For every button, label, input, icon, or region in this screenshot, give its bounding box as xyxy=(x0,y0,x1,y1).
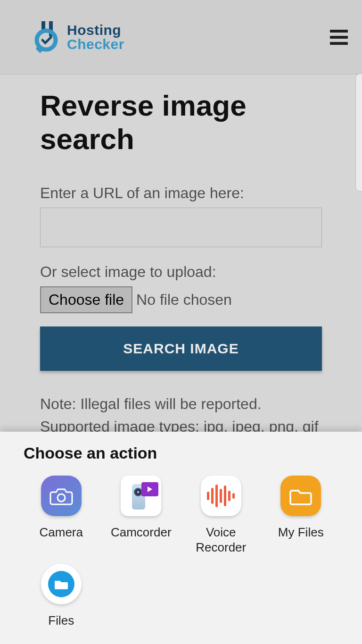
camera-icon xyxy=(41,476,82,516)
voice-recorder-icon xyxy=(201,476,241,516)
action-label: Camcorder xyxy=(111,525,172,540)
page-title: Reverse image search xyxy=(40,89,322,156)
menu-icon[interactable] xyxy=(330,30,348,45)
logo-text-top: Hosting xyxy=(67,23,124,37)
note-line-1: Note: Illegal files will be reported. xyxy=(40,393,322,415)
action-label: Files xyxy=(48,613,74,628)
logo[interactable]: Hosting Checker xyxy=(33,19,124,55)
action-voice-recorder[interactable]: Voice Recorder xyxy=(183,476,259,555)
logo-text: Hosting Checker xyxy=(67,23,124,51)
logo-icon xyxy=(33,19,61,55)
action-sheet: Choose an action Camera Camcorder xyxy=(0,432,362,644)
action-label: Voice Recorder xyxy=(183,525,259,555)
action-sheet-title: Choose an action xyxy=(24,444,338,462)
choose-file-button[interactable]: Choose file xyxy=(40,286,132,313)
svg-point-2 xyxy=(37,31,56,50)
action-my-files[interactable]: My Files xyxy=(263,476,339,555)
action-camcorder[interactable]: Camcorder xyxy=(104,476,179,555)
action-camera[interactable]: Camera xyxy=(24,476,99,555)
url-input[interactable] xyxy=(40,208,322,247)
svg-point-4 xyxy=(58,494,65,502)
files-icon xyxy=(41,564,82,604)
url-label: Enter a URL of an image here: xyxy=(40,184,322,202)
action-label: My Files xyxy=(278,525,324,540)
my-files-icon xyxy=(280,476,321,516)
camcorder-icon xyxy=(121,476,161,516)
scrollbar[interactable] xyxy=(355,74,362,192)
search-image-button[interactable]: SEARCH IMAGE xyxy=(40,326,322,371)
main-content: Reverse image search Enter a URL of an i… xyxy=(0,75,362,438)
logo-text-bottom: Checker xyxy=(67,37,124,51)
note-text: Note: Illegal files will be reported. Su… xyxy=(40,393,322,438)
file-status: No file chosen xyxy=(136,291,232,309)
action-label: Camera xyxy=(40,525,83,540)
action-files[interactable]: Files xyxy=(24,564,99,628)
upload-label: Or select image to upload: xyxy=(40,263,322,281)
header: Hosting Checker xyxy=(0,0,362,75)
